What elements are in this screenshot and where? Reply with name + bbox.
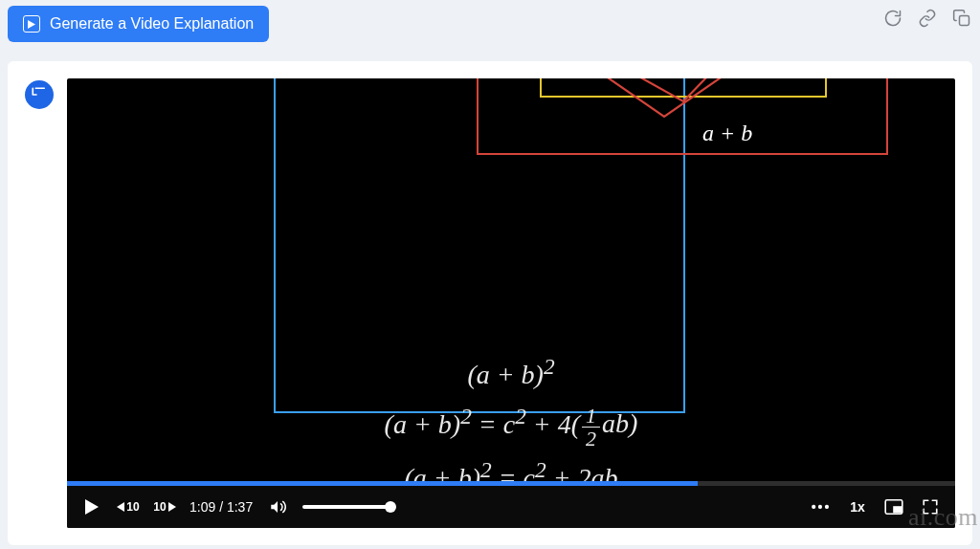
refresh-icon[interactable]: [882, 8, 903, 29]
link-icon[interactable]: [917, 8, 938, 29]
svg-marker-2: [85, 499, 99, 515]
content-card: a + b (a + b)2 (a + b)2 = c2 + 4(12ab) (…: [8, 61, 972, 545]
current-time: 1:09: [189, 499, 215, 515]
fullscreen-button[interactable]: [919, 495, 942, 518]
equations: (a + b)2 (a + b)2 = c2 + 4(12ab) (a + b)…: [67, 346, 955, 502]
pip-button[interactable]: [882, 495, 905, 518]
more-menu-button[interactable]: •••: [810, 495, 833, 518]
svg-marker-3: [117, 502, 124, 512]
skip-back-label: 10: [126, 500, 139, 514]
generate-video-label: Generate a Video Explanation: [50, 15, 254, 33]
playback-speed-button[interactable]: 1x: [846, 495, 869, 518]
label-a-plus-b: a + b: [702, 121, 752, 146]
copy-icon[interactable]: [951, 8, 972, 29]
top-action-icons: [882, 6, 972, 29]
volume-button[interactable]: [266, 495, 289, 518]
svg-marker-0: [28, 20, 35, 29]
volume-knob[interactable]: [385, 501, 396, 513]
svg-marker-4: [168, 502, 176, 512]
total-time: 1:37: [227, 499, 253, 515]
generate-video-button[interactable]: Generate a Video Explanation: [8, 6, 269, 42]
skip-back-button[interactable]: 10: [117, 495, 140, 518]
equation-2: (a + b)2 = c2 + 4(12ab): [67, 399, 955, 450]
assistant-avatar: [25, 80, 54, 109]
svg-rect-6: [894, 507, 901, 513]
svg-rect-1: [960, 16, 969, 26]
video-controls: 10 10 1:09 / 1:37 ••• 1x: [67, 486, 955, 528]
skip-forward-button[interactable]: 10: [153, 495, 176, 518]
volume-slider[interactable]: [302, 505, 394, 509]
video-canvas: a + b (a + b)2 (a + b)2 = c2 + 4(12ab) (…: [67, 78, 955, 486]
skip-fwd-label: 10: [153, 500, 166, 514]
video-player[interactable]: a + b (a + b)2 (a + b)2 = c2 + 4(12ab) (…: [67, 78, 955, 528]
time-display: 1:09 / 1:37: [189, 499, 253, 515]
play-button[interactable]: [80, 495, 103, 518]
play-square-icon: [23, 15, 40, 33]
equation-1: (a + b)2: [67, 350, 955, 395]
